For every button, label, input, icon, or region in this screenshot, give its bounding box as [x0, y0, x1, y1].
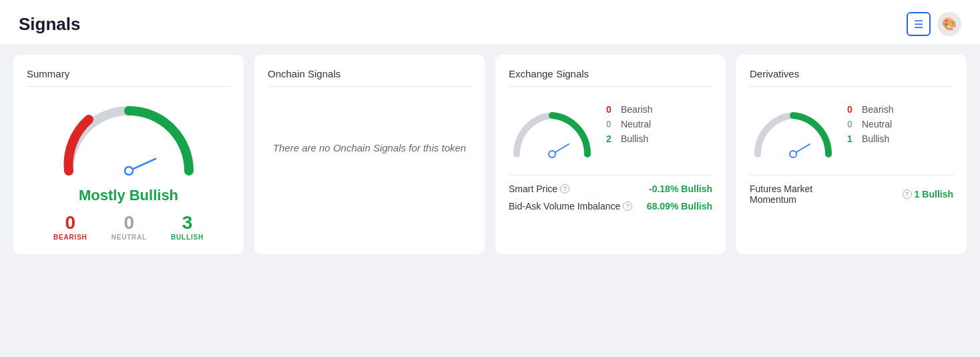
exchange-title: Exchange Signals [509, 68, 712, 87]
derivatives-gauge-row: 0 Bearish 0 Neutral 1 Bullish [750, 97, 953, 164]
derivatives-neutral-row: 0 Neutral [847, 119, 893, 129]
exchange-neutral-row: 0 Neutral [606, 119, 652, 129]
exchange-bearish-row: 0 Bearish [606, 104, 652, 115]
exchange-bullish-row: 2 Bullish [606, 133, 652, 144]
derivatives-neutral-label: Neutral [862, 119, 892, 129]
exchange-bearish-label: Bearish [621, 104, 652, 115]
futures-name: Futures Market Momentum [750, 184, 812, 205]
header-icons: ☰ 🎨 [907, 12, 961, 36]
derivatives-counts: 0 Bearish 0 Neutral 1 Bullish [847, 97, 893, 144]
bearish-signal: 0 BEARISH [53, 212, 87, 241]
bearish-label: BEARISH [53, 234, 87, 241]
exchange-bullish-count: 2 [606, 133, 617, 144]
derivatives-bearish-row: 0 Bearish [847, 104, 893, 115]
exchange-neutral-count: 0 [606, 119, 617, 129]
neutral-label: NEUTRAL [111, 234, 147, 241]
exchange-neutral-label: Neutral [621, 119, 651, 129]
list-icon: ☰ [914, 18, 923, 31]
neutral-signal: 0 NEUTRAL [111, 212, 147, 241]
exchange-details: Smart Price ? -0.18% Bullish Bid-Ask Vol… [509, 175, 712, 212]
futures-row: Futures Market Momentum ? 1 Bullish [750, 184, 953, 205]
bearish-count: 0 [53, 212, 87, 234]
svg-point-5 [790, 151, 796, 157]
svg-point-1 [125, 167, 133, 175]
smart-price-row: Smart Price ? -0.18% Bullish [509, 184, 712, 194]
bullish-signal: 3 BULLISH [171, 212, 204, 241]
svg-point-3 [549, 151, 555, 157]
exchange-counts: 0 Bearish 0 Neutral 2 Bullish [606, 97, 652, 144]
summary-gauge [55, 97, 202, 184]
derivatives-gauge [750, 97, 836, 164]
bid-ask-help[interactable]: ? [623, 202, 632, 211]
futures-help[interactable]: ? [903, 190, 912, 199]
derivatives-title: Derivatives [750, 68, 953, 87]
signals-row: 0 BEARISH 0 NEUTRAL 3 BULLISH [27, 212, 230, 241]
exchange-card: Exchange Signals 0 Bearish 0 Neutral [495, 55, 726, 254]
list-view-button[interactable]: ☰ [907, 12, 931, 36]
derivatives-neutral-count: 0 [847, 119, 858, 129]
smart-price-name: Smart Price ? [509, 184, 569, 194]
neutral-count: 0 [111, 212, 147, 234]
bullish-count: 3 [171, 212, 204, 234]
derivatives-bullish-row: 1 Bullish [847, 133, 893, 144]
derivatives-bullish-label: Bullish [862, 133, 889, 144]
exchange-gauge [509, 97, 595, 164]
derivatives-card: Derivatives 0 Bearish 0 Neutral 1 [736, 55, 967, 254]
exchange-bullish-label: Bullish [621, 133, 648, 144]
smart-price-value: -0.18% Bullish [649, 184, 712, 194]
bullish-label: BULLISH [171, 234, 204, 241]
page-title: Signals [19, 14, 80, 35]
no-signal-text: There are no Onchain Signals for this to… [268, 140, 471, 156]
exchange-gauge-row: 0 Bearish 0 Neutral 2 Bullish [509, 97, 712, 164]
derivatives-bearish-count: 0 [847, 104, 858, 115]
summary-gauge-container: Mostly Bullish [27, 97, 230, 204]
summary-card: Summary Mostly Bullish 0 BEARISH [13, 55, 244, 254]
bid-ask-name: Bid-Ask Volume Imbalance ? [509, 201, 632, 212]
derivatives-details: Futures Market Momentum ? 1 Bullish [750, 175, 953, 205]
palette-button[interactable]: 🎨 [937, 12, 961, 36]
derivatives-bearish-label: Bearish [862, 104, 893, 115]
main-content: Summary Mostly Bullish 0 BEARISH [0, 44, 980, 265]
status-label: Mostly Bullish [79, 187, 178, 204]
onchain-card: Onchain Signals There are no Onchain Sig… [254, 55, 485, 254]
bid-ask-row: Bid-Ask Volume Imbalance ? 68.09% Bullis… [509, 201, 712, 212]
exchange-bearish-count: 0 [606, 104, 617, 115]
futures-value: ? 1 Bullish [903, 189, 953, 200]
summary-title: Summary [27, 68, 230, 87]
onchain-title: Onchain Signals [268, 68, 471, 87]
palette-icon: 🎨 [942, 17, 957, 31]
smart-price-help[interactable]: ? [560, 184, 569, 194]
bid-ask-value: 68.09% Bullish [647, 201, 712, 212]
derivatives-bullish-count: 1 [847, 133, 858, 144]
page-header: Signals ☰ 🎨 [0, 0, 980, 44]
